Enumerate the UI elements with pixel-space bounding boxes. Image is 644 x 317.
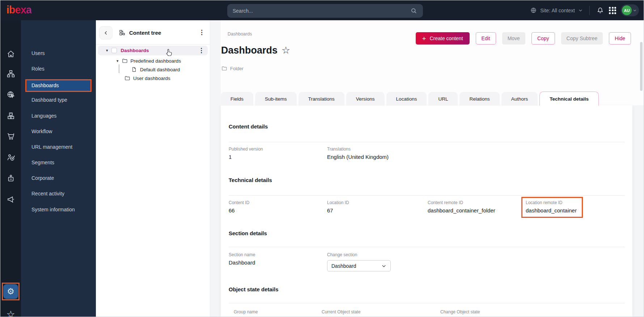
tree-item-label: User dashboards xyxy=(133,76,170,81)
content-tree-title: Content tree xyxy=(129,30,161,36)
notifications-bell-icon[interactable] xyxy=(596,7,604,14)
divider xyxy=(229,195,625,196)
page-title: Dashboards xyxy=(221,45,277,56)
caret-down-icon[interactable]: ▾ xyxy=(106,48,108,53)
tab-authors[interactable]: Authors xyxy=(501,92,538,106)
create-content-button[interactable]: + Create content xyxy=(416,32,470,45)
app-switcher-grid-icon[interactable] xyxy=(609,7,616,14)
field-content-id: Content ID 66 xyxy=(229,200,327,218)
tab-relations[interactable]: Relations xyxy=(459,92,499,106)
tree-checkbox[interactable] xyxy=(111,48,117,53)
topbar-right-cluster: Site: All context AU xyxy=(530,0,639,20)
move-button[interactable]: Move xyxy=(502,32,525,45)
sidebar-item-url-management[interactable]: URL management xyxy=(21,142,96,152)
tab-technical-details[interactable]: Technical details xyxy=(539,92,599,106)
field-section-name: Section name Dashboard xyxy=(229,252,327,271)
hide-button[interactable]: Hide xyxy=(609,32,631,45)
tree-options-kebab-icon[interactable]: ⋮ xyxy=(199,29,205,35)
field-location-remote-id-highlighted: Location remote ID dashboard_container xyxy=(521,197,583,218)
topbar-divider xyxy=(589,6,590,15)
campaign-megaphone-icon[interactable] xyxy=(7,195,15,205)
user-menu[interactable]: AU xyxy=(621,4,639,16)
tree-item-default-dashboard[interactable]: Default dashboard xyxy=(131,65,180,74)
tab-sub-items[interactable]: Sub-items xyxy=(255,92,297,106)
avatar: AU xyxy=(622,5,632,15)
content-type-row: Folder xyxy=(221,65,243,71)
admin-sidebar: Users Roles Dashboards Dashboard type La… xyxy=(21,20,96,317)
technical-details-card: Content details Published version 1 Tran… xyxy=(221,105,632,317)
corporate-badge-icon[interactable] xyxy=(7,174,15,184)
main-content-area: Dashboards Dashboards ☆ Folder + Create … xyxy=(210,20,644,317)
section-heading-object-state-details: Object state details xyxy=(229,286,279,292)
icon-rail: ⚙ ☆ xyxy=(0,20,21,317)
folder-icon xyxy=(124,75,130,81)
sidebar-item-workflow[interactable]: Workflow xyxy=(21,126,96,137)
sidebar-item-recent-activity[interactable]: Recent activity xyxy=(21,189,96,199)
tree-item-label: Predefined dashboards xyxy=(131,58,181,64)
commerce-cart-icon[interactable] xyxy=(7,132,15,142)
field-content-remote-id: Content remote ID dashboard_container_fo… xyxy=(428,200,526,218)
content-structure-icon[interactable] xyxy=(7,69,15,80)
divider xyxy=(229,142,625,142)
tree-item-dashboards[interactable]: ▾ Dashboards ⋮ xyxy=(98,46,208,55)
content-tree-panel: Content tree ⋮ ▾ Dashboards ⋮ ▾ Predefin… xyxy=(96,20,210,317)
tree-indent-line xyxy=(119,64,119,73)
tab-locations[interactable]: Locations xyxy=(386,92,427,106)
site-globe-icon[interactable] xyxy=(7,90,15,101)
sidebar-item-segments[interactable]: Segments xyxy=(21,157,96,168)
top-bar: ibexa Site: All context xyxy=(0,0,644,20)
sidebar-item-corporate[interactable]: Corporate xyxy=(21,173,96,183)
chevron-down-icon xyxy=(578,8,583,13)
section-heading-section-details: Section details xyxy=(229,230,267,236)
tab-translations[interactable]: Translations xyxy=(298,92,344,106)
breadcrumb[interactable]: Dashboards xyxy=(228,31,252,37)
plus-icon: + xyxy=(422,35,426,42)
field-location-id: Location ID 67 xyxy=(327,200,428,218)
column-current-object-state: Current Object state xyxy=(322,309,360,314)
product-catalog-icon[interactable] xyxy=(7,111,15,122)
chevron-down-icon xyxy=(633,8,637,12)
tree-item-predefined-dashboards[interactable]: ▾ Predefined dashboards xyxy=(116,56,181,65)
divider xyxy=(229,247,625,247)
ibexa-admin-screen: ibexa Site: All context xyxy=(0,0,644,317)
tab-versions[interactable]: Versions xyxy=(346,92,385,106)
ibexa-logo[interactable]: ibexa xyxy=(7,4,31,16)
caret-down-icon[interactable]: ▾ xyxy=(116,59,119,63)
change-section-dropdown[interactable]: Dashboard xyxy=(327,260,391,271)
settings-gear-icon[interactable]: ⚙ xyxy=(3,284,18,299)
tree-item-kebab-icon[interactable]: ⋮ xyxy=(198,47,204,54)
site-context-switcher[interactable]: Site: All context xyxy=(530,7,583,14)
tab-fields[interactable]: Fields xyxy=(221,92,253,106)
sidebar-item-dashboards[interactable]: Dashboards xyxy=(25,79,92,92)
sidebar-item-system-information[interactable]: System information xyxy=(21,204,96,215)
sidebar-item-languages[interactable]: Languages xyxy=(21,111,96,121)
column-change-object-state: Change Object state xyxy=(440,309,480,314)
folder-icon xyxy=(122,58,128,64)
tree-item-user-dashboards[interactable]: User dashboards xyxy=(124,74,170,83)
copy-button[interactable]: Copy xyxy=(531,32,555,45)
sidebar-item-roles[interactable]: Roles xyxy=(21,64,96,74)
chevron-left-icon xyxy=(103,30,109,36)
scrollbar-thumb[interactable] xyxy=(640,42,643,91)
tree-item-label: Default dashboard xyxy=(140,67,180,72)
sidebar-item-users[interactable]: Users xyxy=(21,48,96,59)
content-tree-header: Content tree ⋮ xyxy=(96,20,210,45)
copy-subtree-button[interactable]: Copy Subtree xyxy=(561,32,603,45)
file-icon xyxy=(131,67,137,72)
sidebar-item-dashboard-type[interactable]: Dashboard type xyxy=(21,95,96,105)
content-tree-icon xyxy=(119,29,126,36)
marketing-target-icon[interactable] xyxy=(7,153,15,163)
search-icon[interactable] xyxy=(410,7,418,14)
action-buttons: + Create content Edit Move Copy Copy Sub… xyxy=(416,32,631,45)
collapse-tree-button[interactable] xyxy=(99,26,113,39)
tab-url[interactable]: URL xyxy=(428,92,458,106)
bookmarks-star-icon[interactable]: ☆ xyxy=(6,309,15,317)
globe-icon xyxy=(530,7,537,14)
search-input[interactable] xyxy=(233,8,410,14)
global-search[interactable] xyxy=(227,4,423,18)
folder-icon xyxy=(221,65,227,71)
field-published-version: Published version 1 xyxy=(229,147,327,160)
edit-button[interactable]: Edit xyxy=(476,32,496,45)
home-icon[interactable] xyxy=(7,50,15,60)
bookmark-star-icon[interactable]: ☆ xyxy=(281,46,290,55)
